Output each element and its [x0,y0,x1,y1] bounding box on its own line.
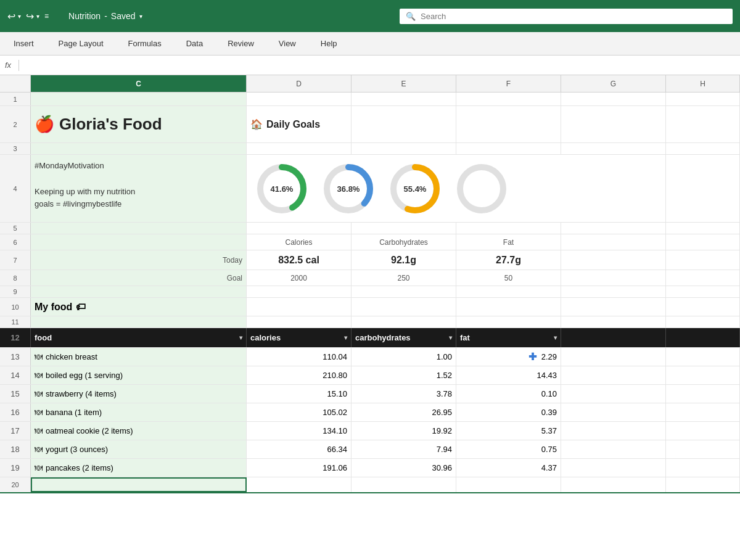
th-h[interactable] [666,328,740,347]
col-header-c[interactable]: C [31,75,247,92]
th-g[interactable] [561,328,666,347]
food-calories-2[interactable]: 15.10 [247,385,352,403]
food-name-4[interactable]: 🍽 oatmeal cookie (2 items) [31,422,247,440]
cell-e3[interactable] [352,143,456,154]
cell-h11[interactable] [666,316,740,327]
cell-e1[interactable] [352,93,456,105]
food-name-6[interactable]: 🍽 pancakes (2 items) [31,459,247,477]
food-h-6[interactable] [666,459,740,477]
col-header-h[interactable]: H [666,75,740,92]
cell-h1[interactable] [666,93,740,105]
th-food[interactable]: food ▾ [31,328,247,347]
cell-d11[interactable] [247,316,352,327]
col-header-e[interactable]: E [352,75,456,92]
th-food-dropdown[interactable]: ▾ [239,334,242,341]
undo-dropdown[interactable]: ▾ [18,13,21,20]
cell-c9[interactable] [31,286,247,297]
food-g-0[interactable] [561,348,666,366]
food-h-2[interactable] [666,385,740,403]
menu-insert[interactable]: Insert [10,36,38,51]
menu-page-layout[interactable]: Page Layout [55,36,107,51]
food-fat-6[interactable]: 4.37 [456,459,561,477]
th-fat-dropdown[interactable]: ▾ [554,334,557,341]
food-name-1[interactable]: 🍽 boiled egg (1 serving) [31,366,247,384]
food-g-5[interactable] [561,440,666,458]
food-fat-3[interactable]: 0.39 [456,403,561,421]
food-fat-0[interactable]: ✚ 2.29 [456,348,561,366]
cell-my-food[interactable]: My food 🏷 [31,298,247,316]
cell-d5[interactable] [247,223,352,234]
food-carbs-5[interactable]: 7.94 [352,440,456,458]
food-g-1[interactable] [561,366,666,384]
cell-motivation[interactable]: #MondayMotivationKeeping up with my nutr… [31,155,247,222]
menu-help[interactable]: Help [317,36,341,51]
cell-c6[interactable] [31,234,247,250]
food-fat-2[interactable]: 0.10 [456,385,561,403]
cell-f2[interactable] [456,106,561,142]
food-g-6[interactable] [561,459,666,477]
food-fat-1[interactable]: 14.43 [456,366,561,384]
food-name-3[interactable]: 🍽 banana (1 item) [31,403,247,421]
food-carbs-3[interactable]: 26.95 [352,403,456,421]
col-header-d[interactable]: D [247,75,352,92]
food-carbs-0[interactable]: 1.00 [352,348,456,366]
undo-redo-group[interactable]: ↩ ▾ ↪ ▾ ≡ [7,10,49,22]
food-calories-1[interactable]: 210.80 [247,366,352,384]
cell-h4[interactable] [666,155,740,222]
food-name-2[interactable]: 🍽 strawberry (4 items) [31,385,247,403]
undo-icon[interactable]: ↩ [7,10,15,22]
food-carbs-2[interactable]: 3.78 [352,385,456,403]
food-name-0[interactable]: 🍽 chicken breast [31,348,247,366]
food-calories-0[interactable]: 110.04 [247,348,352,366]
food-carbs-4[interactable]: 19.92 [352,422,456,440]
cell-f10[interactable] [456,298,561,316]
food-calories-3[interactable]: 105.02 [247,403,352,421]
cell-g7[interactable] [561,250,666,270]
food-calories-4[interactable]: 134.10 [247,422,352,440]
cell-c3[interactable] [31,143,247,154]
cell-g-last[interactable] [561,477,666,492]
cell-d3[interactable] [247,143,352,154]
search-input[interactable] [421,12,726,21]
menu-data[interactable]: Data [183,36,207,51]
food-fat-5[interactable]: 0.75 [456,440,561,458]
food-g-2[interactable] [561,385,666,403]
cell-g9[interactable] [561,286,666,297]
cell-g11[interactable] [561,316,666,327]
cell-g10[interactable] [561,298,666,316]
cell-c-last[interactable] [31,477,247,492]
redo-icon[interactable]: ↪ [26,10,34,22]
cell-h-last[interactable] [666,477,740,492]
cell-e9[interactable] [352,286,456,297]
cell-g8[interactable] [561,270,666,286]
food-g-3[interactable] [561,403,666,421]
formula-input[interactable] [27,60,735,70]
menu-review[interactable]: Review [224,36,258,51]
col-header-f[interactable]: F [456,75,561,92]
cell-f9[interactable] [456,286,561,297]
food-carbs-6[interactable]: 30.96 [352,459,456,477]
cell-c5[interactable] [31,223,247,234]
food-h-3[interactable] [666,403,740,421]
cell-e2[interactable] [352,106,456,142]
cell-h10[interactable] [666,298,740,316]
cell-f3[interactable] [456,143,561,154]
add-icon[interactable]: ✚ [528,351,536,363]
cell-h6[interactable] [666,234,740,250]
redo-dropdown[interactable]: ▾ [36,13,39,20]
food-carbs-1[interactable]: 1.52 [352,366,456,384]
cell-g2[interactable] [561,106,666,142]
cell-h3[interactable] [666,143,740,154]
cell-g5[interactable] [561,223,666,234]
cell-e-last[interactable] [352,477,456,492]
th-calories[interactable]: calories ▾ [247,328,352,347]
cell-e10[interactable] [352,298,456,316]
cell-c1[interactable] [31,93,247,105]
food-fat-4[interactable]: 5.37 [456,422,561,440]
cell-h2[interactable] [666,106,740,142]
food-calories-6[interactable]: 191.06 [247,459,352,477]
cell-h9[interactable] [666,286,740,297]
cell-h7[interactable] [666,250,740,270]
food-h-4[interactable] [666,422,740,440]
food-g-4[interactable] [561,422,666,440]
